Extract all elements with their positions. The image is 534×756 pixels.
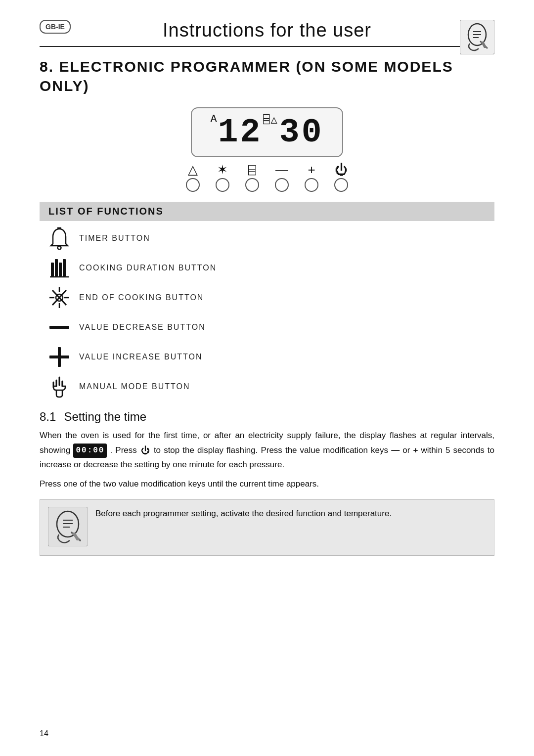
programmer-display: A12⌸△30: [191, 107, 344, 157]
btn-end-cooking-circle: [216, 178, 229, 192]
function-item-timer: TIMER BUTTON: [40, 226, 494, 251]
gb-ie-badge: GB-IE: [40, 20, 71, 34]
svg-point-7: [58, 246, 61, 250]
header-logo: [460, 20, 494, 54]
svg-rect-11: [59, 263, 62, 276]
timer-icon: [40, 227, 79, 250]
display-time2: 30: [279, 113, 324, 151]
btn-manual: ⏻: [334, 163, 348, 192]
display-superscript-a: A: [211, 113, 217, 126]
display-superscript-bars: ⌸: [263, 113, 269, 127]
btn-end-cooking-symbol: ✶: [217, 163, 228, 176]
page: GB-IE Instructions for the user 8. ELECT…: [0, 0, 534, 756]
function-item-end-cooking: END OF COOKING BUTTON: [40, 285, 494, 310]
function-label-manual: MANUAL MODE BUTTON: [79, 382, 190, 391]
minus-icon: [40, 324, 79, 330]
function-item-cooking-duration: COOKING DURATION BUTTON: [40, 256, 494, 280]
function-label-minus: VALUE DECREASE BUTTON: [79, 323, 206, 332]
function-label-cooking-duration: COOKING DURATION BUTTON: [79, 264, 217, 272]
programmer-display-wrapper: A12⌸△30 △ ✶ ⌸ —: [40, 107, 494, 192]
end-cooking-svg: [48, 286, 70, 309]
note-logo-icon: [48, 507, 88, 546]
svg-rect-9: [51, 263, 54, 276]
note-box: Before each programmer setting, activate…: [40, 499, 494, 556]
btn-minus: —: [275, 163, 289, 192]
cooking-duration-icon: [40, 257, 79, 279]
subsection-number: 8.1: [40, 410, 56, 423]
btn-timer-symbol: △: [188, 163, 198, 176]
body-text-1: When the oven is used for the first time…: [40, 429, 494, 472]
btn-minus-symbol: —: [275, 163, 288, 176]
subsection-title: 8.1Setting the time: [40, 410, 494, 424]
btn-timer: △: [186, 163, 200, 192]
buttons-row: △ ✶ ⌸ — +: [186, 163, 348, 192]
page-number: 14: [40, 729, 48, 738]
note-logo: [48, 507, 88, 548]
svg-rect-10: [55, 259, 58, 276]
function-label-end-cooking: END OF COOKING BUTTON: [79, 293, 204, 302]
body-text-2: Press one of the two value modification …: [40, 477, 494, 491]
display-time1: 12: [218, 113, 263, 151]
page-title: Instructions for the user: [163, 20, 371, 41]
function-label-timer: TIMER BUTTON: [79, 234, 150, 243]
svg-rect-23: [58, 347, 61, 367]
svg-rect-21: [49, 326, 69, 329]
logo-icon: [460, 20, 494, 54]
btn-manual-circle: [334, 178, 348, 192]
bell-svg: [48, 227, 70, 250]
btn-cooking-duration: ⌸: [245, 163, 259, 192]
manual-icon: [40, 375, 79, 398]
section-title: 8. ELECTRONIC PROGRAMMER (ON SOME MODELS…: [40, 57, 494, 95]
btn-end-cooking: ✶: [216, 163, 229, 192]
function-list: TIMER BUTTON COOKING DURATION BUTTON: [40, 226, 494, 399]
flashing-display: 00:00: [73, 444, 107, 458]
minus-svg: [48, 324, 70, 330]
plus-svg: [48, 346, 70, 368]
function-item-minus: VALUE DECREASE BUTTON: [40, 315, 494, 340]
note-text: Before each programmer setting, activate…: [95, 507, 392, 520]
btn-plus-symbol: +: [308, 163, 315, 176]
function-label-plus: VALUE INCREASE BUTTON: [79, 353, 202, 361]
plus-icon: [40, 346, 79, 368]
btn-timer-circle: [186, 178, 200, 192]
list-of-functions-heading: LIST OF FUNCTIONS: [40, 202, 494, 221]
function-item-manual: MANUAL MODE BUTTON: [40, 374, 494, 399]
btn-manual-symbol: ⏻: [335, 163, 348, 176]
display-dot: △: [271, 113, 279, 127]
header: GB-IE Instructions for the user: [40, 20, 494, 47]
subsection-title-text: Setting the time: [64, 410, 146, 423]
end-cooking-icon: [40, 286, 79, 309]
btn-cooking-duration-symbol: ⌸: [248, 163, 256, 176]
btn-plus-circle: [305, 178, 318, 192]
btn-cooking-duration-circle: [245, 178, 259, 192]
manual-svg: [48, 375, 70, 398]
svg-rect-12: [63, 259, 66, 276]
btn-plus: +: [305, 163, 318, 192]
function-item-plus: VALUE INCREASE BUTTON: [40, 345, 494, 369]
btn-minus-circle: [275, 178, 289, 192]
cooking-duration-svg: [48, 257, 70, 279]
press-manual-icon: ⏻: [141, 443, 150, 458]
